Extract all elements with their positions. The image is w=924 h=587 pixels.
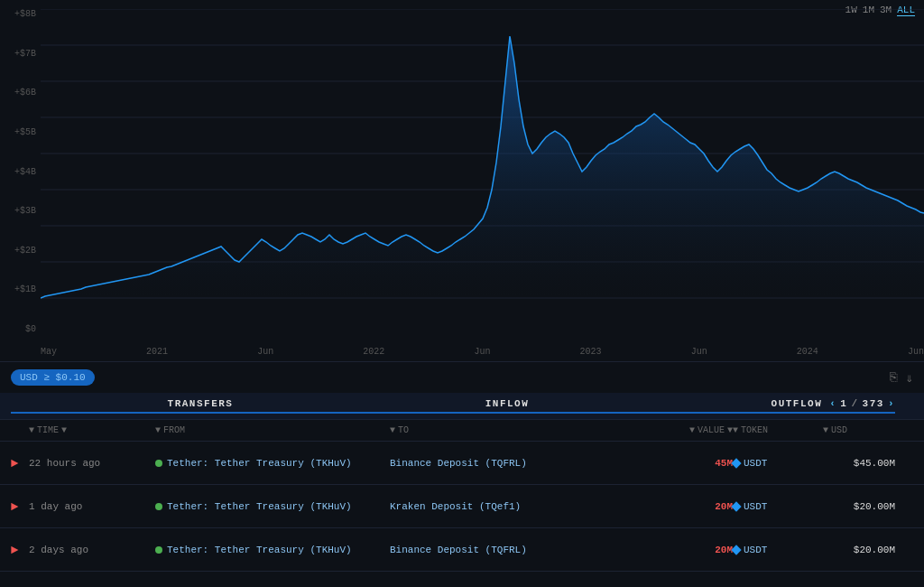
usd-cell: $20.00M <box>823 545 895 555</box>
table-body: ► 22 hours ago Tether: Tether Treasury (… <box>0 442 924 572</box>
group-inflow: INFLOW <box>390 398 624 414</box>
group-outflow: OUTFLOW ‹ 1 / 373 › <box>624 398 895 414</box>
x-label-jun2: Jun <box>474 347 490 357</box>
x-label-2021: 2021 <box>146 347 168 357</box>
direction-icon: ► <box>11 456 29 471</box>
table-row[interactable]: ► 2 days ago Tether: Tether Treasury (TK… <box>0 528 924 572</box>
col-header-to[interactable]: ▼ TO <box>390 425 624 435</box>
col-header-time[interactable]: ▼ TIME ▼ <box>29 425 155 435</box>
token-cell: USDT <box>733 545 823 555</box>
filter-icon-to: ▼ <box>390 425 395 435</box>
pagination-separator: / <box>851 398 858 409</box>
y-label-5b: +$5B <box>14 127 36 137</box>
y-label-0: $0 <box>25 324 36 334</box>
table-row[interactable]: ► 22 hours ago Tether: Tether Treasury (… <box>0 442 924 485</box>
group-transfers: TRANSFERS <box>11 398 390 414</box>
usd-cell: $45.00M <box>823 458 895 469</box>
y-label-1b: +$1B <box>14 284 36 294</box>
value-cell: 45M <box>624 458 733 469</box>
filter-icon-value: ▼ <box>689 425 695 435</box>
x-axis: May 2021 Jun 2022 Jun 2023 Jun 2024 Jun <box>41 347 924 357</box>
col-header-icon <box>11 425 29 435</box>
prev-page-button[interactable]: ‹ <box>829 398 836 409</box>
token-cell: USDT <box>733 458 823 469</box>
chart-container: 1W 1M 3M ALL $0 +$1B +$2B +$3B +$4B +$5B… <box>0 0 924 361</box>
x-label-jun3: Jun <box>691 347 707 357</box>
pagination-total: 373 <box>863 398 884 409</box>
to-cell: Binance Deposit (TQFRL) <box>390 458 624 469</box>
from-dot-icon <box>155 503 162 510</box>
time-cell: 2 days ago <box>29 545 155 555</box>
time-cell: 1 day ago <box>29 501 155 512</box>
col-header-value[interactable]: ▼ VALUE ▼ <box>624 425 733 435</box>
filter-icon-time: ▼ <box>29 425 34 435</box>
x-label-jun4: Jun <box>908 347 924 357</box>
y-label-2b: +$2B <box>14 246 36 256</box>
direction-icon: ► <box>11 543 29 557</box>
chart-svg <box>41 9 924 334</box>
token-diamond-icon <box>731 458 741 468</box>
x-label-2023: 2023 <box>580 347 602 357</box>
x-label-2022: 2022 <box>363 347 384 357</box>
from-cell: Tether: Tether Treasury (TKHuV) <box>155 545 390 555</box>
to-cell: Binance Deposit (TQFRL) <box>390 545 624 555</box>
time-cell: 22 hours ago <box>29 458 155 469</box>
token-diamond-icon <box>731 501 741 511</box>
value-cell: 20M <box>624 501 733 512</box>
from-dot-icon <box>155 460 162 467</box>
col-header-usd[interactable]: ▼ USD <box>823 425 895 435</box>
y-axis: $0 +$1B +$2B +$3B +$4B +$5B +$6B +$7B +$… <box>0 9 41 334</box>
caret-icon-time: ▼ <box>61 425 67 435</box>
x-label-2024: 2024 <box>797 347 818 357</box>
x-label-may: May <box>41 347 57 357</box>
x-label-jun1: Jun <box>257 347 273 357</box>
y-label-3b: +$3B <box>14 206 36 216</box>
usd-cell: $20.00M <box>823 501 895 512</box>
filter-icon-usd: ▼ <box>823 425 828 435</box>
token-diamond-icon <box>731 545 741 554</box>
direction-icon: ► <box>11 499 29 514</box>
filter-icons: ⎘ ⇓ <box>890 370 913 386</box>
y-label-7b: +$7B <box>14 49 36 59</box>
table-row[interactable]: ► 1 day ago Tether: Tether Treasury (TKH… <box>0 485 924 528</box>
y-label-4b: +$4B <box>14 167 36 177</box>
table-group-headers: TRANSFERS INFLOW OUTFLOW ‹ 1 / 373 › <box>0 393 924 420</box>
from-cell: Tether: Tether Treasury (TKHuV) <box>155 458 390 469</box>
col-header-token[interactable]: ▼ TOKEN <box>733 425 823 435</box>
filter-bar: USD ≥ $0.10 ⎘ ⇓ <box>0 361 924 393</box>
col-header-from[interactable]: ▼ FROM <box>155 425 390 435</box>
y-label-8b: +$8B <box>14 9 36 19</box>
filter-icon-token: ▼ <box>733 425 738 435</box>
pagination: ‹ 1 / 373 › <box>829 398 895 409</box>
download-icon[interactable]: ⇓ <box>906 370 913 386</box>
from-cell: Tether: Tether Treasury (TKHuV) <box>155 501 390 512</box>
y-label-6b: +$6B <box>14 88 36 98</box>
token-cell: USDT <box>733 501 823 512</box>
from-dot-icon <box>155 546 162 554</box>
filter-icon-from: ▼ <box>155 425 161 435</box>
value-cell: 20M <box>624 545 733 555</box>
next-page-button[interactable]: › <box>888 398 895 409</box>
pagination-current: 1 <box>840 398 847 409</box>
column-headers: ▼ TIME ▼ ▼ FROM ▼ TO ▼ VALUE ▼ ▼ TOKEN ▼… <box>0 420 924 442</box>
copy-icon[interactable]: ⎘ <box>890 370 897 386</box>
to-cell: Kraken Deposit (TQef1) <box>390 501 624 512</box>
filter-badge[interactable]: USD ≥ $0.10 <box>11 369 95 386</box>
